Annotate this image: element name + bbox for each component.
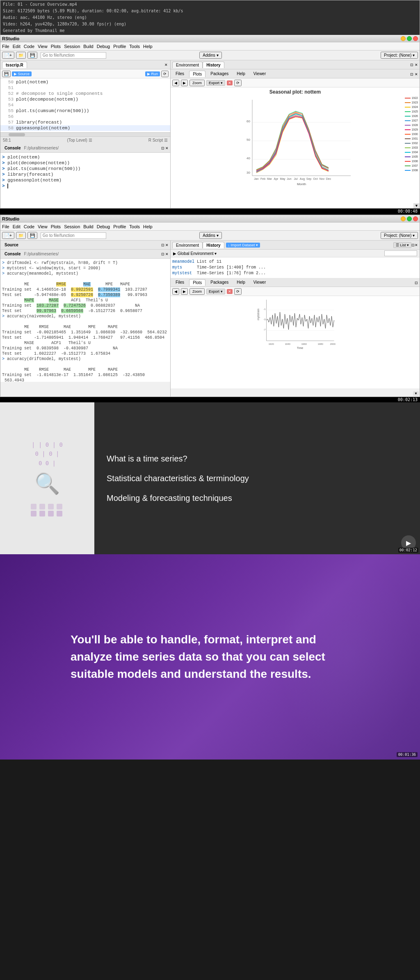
console-close-btn[interactable]: ✕ <box>165 146 169 150</box>
history-tab-1[interactable]: History <box>203 62 224 68</box>
dot-4 <box>57 504 62 510</box>
env-expand-btn-2[interactable]: ⊡ <box>411 243 415 247</box>
close-btn-1[interactable] <box>413 36 418 41</box>
menu-view-1[interactable]: View <box>38 44 48 49</box>
plots-expand-btn-2[interactable]: ⊡ <box>415 281 418 285</box>
menu-plots-2[interactable]: Plots <box>51 224 61 229</box>
scrollbar-h-1[interactable] <box>0 132 170 136</box>
close-btn-2[interactable] <box>413 216 418 221</box>
menu-profile-2[interactable]: Profile <box>113 224 126 229</box>
files-tab-2[interactable]: Files <box>172 279 187 285</box>
prev-plot-btn-2[interactable]: ◀ <box>172 288 179 295</box>
save-btn[interactable]: 💾 <box>27 52 37 59</box>
menu-tools-2[interactable]: Tools <box>129 224 140 229</box>
source-run-btn[interactable]: ▶ Source <box>12 71 32 76</box>
code-editor[interactable]: 50 plot(nottem) 51 52 # decompose to sin… <box>0 78 170 132</box>
menu-code-1[interactable]: Code <box>24 44 34 49</box>
console-panel-1: > plot(nottem) > plot(decompose(nottem))… <box>0 153 170 208</box>
viewer-tab-1[interactable]: Viewer <box>250 71 269 77</box>
minimize-btn-2[interactable] <box>401 216 406 221</box>
source-close-btn-2[interactable]: ✕ <box>165 243 169 247</box>
console-expand-btn-2[interactable]: ⊡ <box>161 252 164 256</box>
menu-edit-2[interactable]: Edit <box>13 224 21 229</box>
scroll-down-btn-2[interactable]: ▼ <box>413 391 419 396</box>
source-tab[interactable]: tsscrip.R <box>2 62 27 68</box>
env-expand-btn[interactable]: ⊡ <box>410 63 413 67</box>
import-dataset-btn[interactable]: ↓ Import Dataset ▾ <box>226 243 260 248</box>
environment-tab-2[interactable]: Environment <box>172 242 203 248</box>
menu-plots-1[interactable]: Plots <box>51 44 61 49</box>
menu-profile-1[interactable]: Profile <box>113 44 126 49</box>
rerun-btn[interactable]: ⟳ <box>161 71 169 77</box>
refresh-plot-btn-2[interactable]: ⟳ <box>234 288 242 295</box>
open-btn[interactable]: 📁 <box>16 52 26 59</box>
scroll-down-btn[interactable]: ▼ <box>413 203 420 208</box>
open-btn-2[interactable]: 📁 <box>16 232 26 239</box>
console-expand-btn[interactable]: ⊡ <box>161 146 164 150</box>
run-btn[interactable]: ▶ Run <box>145 71 160 76</box>
packages-tab-1[interactable]: Packages <box>207 71 232 77</box>
goto-file-input[interactable] <box>41 52 106 59</box>
maximize-btn-1[interactable] <box>407 36 412 41</box>
next-plot-btn[interactable]: ▶ <box>181 80 188 86</box>
menu-tools-1[interactable]: Tools <box>129 44 140 49</box>
menu-session-1[interactable]: Session <box>64 44 80 49</box>
prev-plot-btn[interactable]: ◀ <box>172 80 179 86</box>
minimize-btn-1[interactable] <box>401 36 406 41</box>
menu-debug-2[interactable]: Debug <box>97 224 110 229</box>
source-close-btn[interactable]: ✕ <box>164 63 169 67</box>
menu-help-1[interactable]: Help <box>143 44 153 49</box>
viewer-tab-2[interactable]: Viewer <box>250 279 269 285</box>
console-clear-btn[interactable]: ✕ <box>165 252 169 256</box>
zoom-btn-2[interactable]: Zoom <box>189 288 205 295</box>
scrollbar-thumb-1[interactable] <box>9 133 25 136</box>
menu-debug-1[interactable]: Debug <box>97 44 110 49</box>
menu-session-2[interactable]: Session <box>64 224 80 229</box>
menu-file-2[interactable]: File <box>2 224 9 229</box>
new-file-btn[interactable]: 📄+ <box>2 52 14 59</box>
plots-close-btn[interactable]: ✕ <box>415 72 418 76</box>
delete-plot-btn-2[interactable]: ✕ <box>227 289 233 294</box>
zoom-btn-1[interactable]: Zoom <box>189 80 205 86</box>
menu-build-1[interactable]: Build <box>83 44 93 49</box>
legend-1931: 1931 <box>405 136 418 141</box>
addins-btn[interactable]: Addins ▾ <box>199 52 221 59</box>
project-btn[interactable]: Project: (None) ▾ <box>381 52 418 59</box>
help-tab-2[interactable]: Help <box>233 279 249 285</box>
help-tab-1[interactable]: Help <box>233 71 249 77</box>
maximize-btn-2[interactable] <box>407 216 412 221</box>
menu-view-2[interactable]: View <box>38 224 48 229</box>
delete-plot-btn[interactable]: ✕ <box>227 80 233 85</box>
save-btn-2[interactable]: 💾 <box>27 232 37 239</box>
environment-tab-1[interactable]: Environment <box>172 62 203 68</box>
new-file-btn-2[interactable]: 📄+ <box>2 232 14 239</box>
export-btn-1[interactable]: Export ▾ <box>206 80 225 86</box>
addins-btn-2[interactable]: Addins ▾ <box>199 232 221 239</box>
menu-code-2[interactable]: Code <box>24 224 34 229</box>
goto-file-input-2[interactable] <box>41 232 106 239</box>
next-plot-btn-2[interactable]: ▶ <box>181 288 188 295</box>
meta-audio: Audio: aac, 44100 Hz, stereo (eng) <box>3 14 417 21</box>
files-tab-1[interactable]: Files <box>172 71 187 77</box>
menu-build-2[interactable]: Build <box>83 224 93 229</box>
menu-edit-1[interactable]: Edit <box>13 44 21 49</box>
menu-file-1[interactable]: File <box>2 44 9 49</box>
env-search-input[interactable] <box>384 250 417 256</box>
console-output-4 <box>2 276 169 282</box>
source-expand-btn-2[interactable]: ⊡ <box>161 243 164 247</box>
export-btn-2[interactable]: Export ▾ <box>206 289 225 294</box>
env-close-btn-2[interactable]: ✕ <box>415 243 418 247</box>
plots-tab-1[interactable]: Plots <box>189 71 205 77</box>
project-btn-2[interactable]: Project: (None) ▾ <box>381 232 418 239</box>
env-close-btn[interactable]: ✕ <box>415 63 418 67</box>
packages-tab-2[interactable]: Packages <box>207 279 232 285</box>
sparkline-svg: mytstrain -1 -3 -7 1920 1940 1960 1980 <box>172 298 418 351</box>
console-output-9: Training set 103.27287 0.7247526 0.06882… <box>2 303 169 308</box>
list-btn[interactable]: ☰ List ▾ <box>393 242 411 248</box>
refresh-plot-btn[interactable]: ⟳ <box>234 80 242 86</box>
plots-expand-btn[interactable]: ⊡ <box>410 72 413 76</box>
plots-tab-2[interactable]: Plots <box>189 279 205 286</box>
menu-help-2[interactable]: Help <box>143 224 153 229</box>
history-tab-2[interactable]: History <box>203 242 224 248</box>
source-save-btn[interactable]: 💾 <box>2 71 11 77</box>
